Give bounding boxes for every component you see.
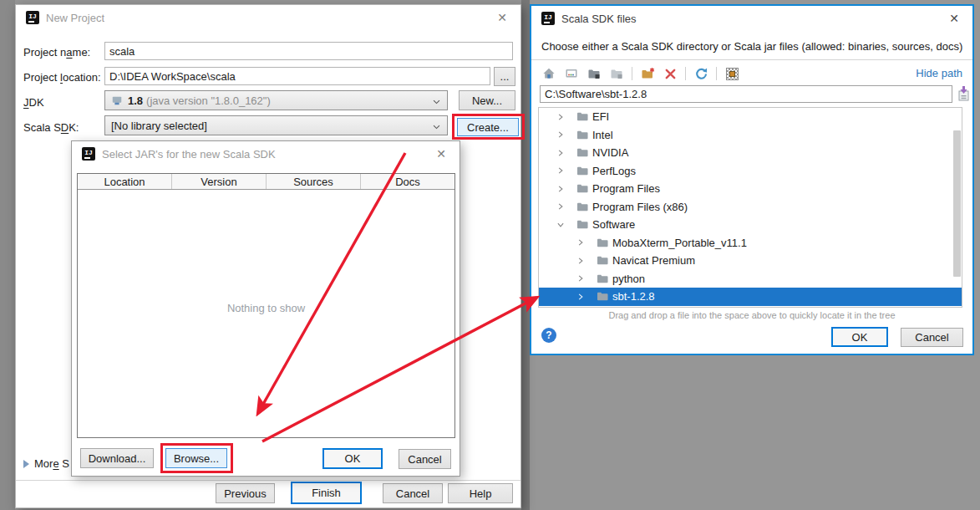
new-folder-icon[interactable] (638, 66, 657, 81)
tree-row[interactable]: EFI (539, 108, 962, 126)
dialog-title: Scala SDK files (561, 13, 637, 25)
tree-label: NVIDIA (592, 146, 628, 159)
jdk-new-button[interactable]: New... (459, 90, 515, 110)
chevron-right-icon[interactable] (556, 149, 576, 157)
ok-button[interactable]: OK (831, 327, 888, 347)
tree-row[interactable]: PerfLogs (539, 162, 962, 181)
chevron-right-icon[interactable] (576, 293, 597, 301)
jar-table: Location Version Sources Docs Nothing to… (77, 173, 455, 438)
chevron-right-icon[interactable] (556, 113, 576, 121)
chevron-right-icon[interactable] (576, 238, 597, 247)
tree-label: Program Files (592, 182, 660, 195)
tree-label: EFI (592, 110, 609, 123)
button-bar-separator (16, 480, 520, 481)
chevron-right-icon[interactable] (556, 130, 576, 139)
chevron-right-icon[interactable] (556, 166, 576, 175)
previous-button[interactable]: Previous (216, 483, 275, 503)
table-empty-text: Nothing to show (78, 302, 454, 314)
folder-icon (597, 237, 612, 248)
close-icon[interactable]: ✕ (494, 10, 510, 25)
more-settings-toggle[interactable]: More S (23, 457, 69, 470)
close-icon[interactable]: ✕ (946, 11, 962, 26)
refresh-icon[interactable] (692, 66, 710, 81)
jar-table-header: Location Version Sources Docs (78, 174, 454, 190)
folder-icon (597, 273, 612, 284)
column-header-sources[interactable]: Sources (267, 174, 361, 189)
subtitle-separator (531, 59, 972, 60)
help-button[interactable]: Help (448, 483, 513, 503)
scala-sdk-label: Scala SDK: (23, 121, 79, 134)
background-gap (521, 0, 530, 510)
folder-icon (576, 201, 592, 212)
tree-row[interactable]: Navicat Premium (539, 252, 962, 270)
drag-drop-hint: Drag and drop a file into the space abov… (531, 310, 972, 320)
download-button[interactable]: Download... (80, 448, 154, 468)
tree-row-clipped[interactable] (539, 306, 962, 309)
folder-icon (576, 111, 592, 122)
chevron-right-icon[interactable] (556, 185, 576, 193)
module-folder-icon[interactable] (585, 66, 603, 81)
cancel-button[interactable]: Cancel (383, 483, 443, 503)
tree-label: python (612, 273, 645, 285)
project-folder-icon[interactable] (607, 66, 626, 81)
sdk-files-titlebar: IJ Scala SDK files ✕ (531, 6, 972, 31)
cancel-button[interactable]: Cancel (901, 328, 963, 347)
tree-row[interactable]: NVIDIA (539, 144, 962, 162)
tree-scrollbar-thumb[interactable] (953, 130, 961, 277)
tree-row[interactable]: Intel (539, 126, 962, 145)
location-browse-button[interactable]: ... (494, 67, 515, 86)
tree-label: Intel (592, 129, 613, 141)
background-left (0, 0, 15, 510)
paste-path-icon[interactable] (956, 85, 971, 102)
jdk-combobox[interactable]: 1.8 (java version "1.8.0_162") (104, 90, 448, 110)
tree-label: PerfLogs (592, 165, 636, 177)
close-icon[interactable]: ✕ (433, 146, 449, 161)
chevron-down-icon (432, 121, 441, 134)
jdk-version: 1.8 (128, 94, 143, 107)
project-name-input[interactable] (104, 42, 513, 60)
help-icon[interactable]: ? (541, 328, 556, 343)
home-icon[interactable] (540, 66, 558, 81)
folder-icon (576, 183, 592, 194)
scala-sdk-combobox[interactable]: [No library selected] (104, 115, 448, 135)
browse-button[interactable]: Browse... (165, 448, 227, 468)
dialog-subtitle: Choose either a Scala SDK directory or S… (541, 40, 962, 53)
folder-icon (597, 291, 612, 302)
tree-row[interactable]: Software (539, 216, 962, 234)
file-tree: EFI Intel NVIDIA PerfLogs Program Files … (538, 107, 962, 308)
chevron-right-icon[interactable] (576, 257, 597, 265)
show-hidden-files-icon[interactable] (723, 66, 741, 81)
tree-label: Software (592, 218, 635, 231)
folder-icon (576, 219, 592, 230)
project-location-input[interactable] (104, 67, 490, 85)
jdk-version-detail: (java version "1.8.0_162") (146, 94, 271, 107)
tree-row[interactable]: Program Files (539, 180, 962, 198)
cancel-button[interactable]: Cancel (399, 449, 451, 469)
column-header-version[interactable]: Version (172, 174, 267, 189)
path-input[interactable] (540, 85, 952, 103)
desktop-icon[interactable] (562, 66, 581, 81)
delete-icon[interactable] (661, 66, 679, 81)
folder-icon (597, 255, 612, 266)
tree-row-selected[interactable]: sbt-1.2.8 (539, 288, 962, 306)
chevron-right-icon[interactable] (576, 274, 597, 283)
tree-label: Program Files (x86) (592, 201, 688, 213)
chevron-down-icon[interactable] (556, 221, 576, 229)
tree-label: Navicat Premium (612, 254, 695, 267)
sdk-create-button[interactable]: Create... (457, 118, 519, 136)
finish-button[interactable]: Finish (291, 482, 362, 504)
tree-row[interactable]: MobaXterm_Portable_v11.1 (539, 234, 962, 252)
intellij-logo-icon: IJ (541, 12, 555, 25)
intellij-logo-icon: IJ (26, 11, 39, 24)
column-header-docs[interactable]: Docs (361, 174, 454, 189)
chevron-right-icon[interactable] (556, 202, 576, 211)
tree-row[interactable]: python (539, 270, 962, 288)
hide-path-link[interactable]: Hide path (916, 67, 962, 79)
ok-button[interactable]: OK (322, 448, 383, 469)
column-header-location[interactable]: Location (78, 174, 172, 189)
tree-row[interactable]: Program Files (x86) (539, 198, 962, 217)
jdk-label: JDK (23, 96, 44, 109)
select-jars-dialog: IJ Select JAR's for the new Scala SDK ✕ … (71, 140, 460, 477)
toolbar-separator (716, 67, 717, 80)
select-jars-titlebar: IJ Select JAR's for the new Scala SDK ✕ (72, 141, 460, 166)
